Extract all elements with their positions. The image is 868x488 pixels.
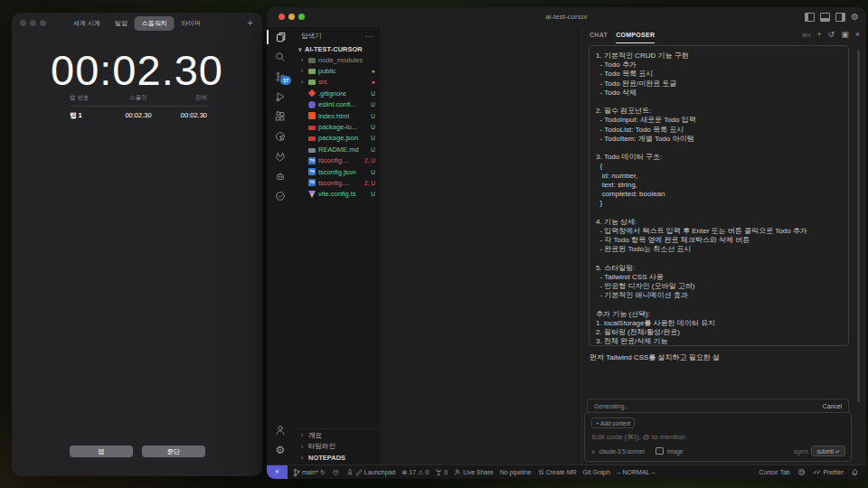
activity-settings[interactable]: ⚙: [267, 440, 294, 460]
file-icon: [308, 136, 316, 141]
tree-row[interactable]: tsconfig.... 2, U: [294, 155, 380, 166]
toggle-secondary-sidebar-icon[interactable]: [835, 13, 845, 22]
model-selector[interactable]: claude-3.5-sonnet: [599, 448, 644, 455]
activity-live-share[interactable]: [267, 127, 294, 146]
tree-row[interactable]: tsconfig.... 2, U: [294, 177, 380, 188]
clock-tab[interactable]: 타이머: [175, 16, 208, 31]
clock-tab[interactable]: 세계 시계: [66, 16, 108, 31]
activity-search[interactable]: [267, 47, 294, 67]
live-share-item[interactable]: Live Share: [454, 468, 493, 476]
clock-tabs: 세계 시계알람스톱워치타이머: [66, 16, 208, 31]
window-controls[interactable]: [20, 20, 46, 26]
settings-gear-icon[interactable]: ⚙: [851, 14, 859, 21]
create-mr-item[interactable]: Create MR: [538, 468, 577, 476]
chevron-right-icon: ›: [301, 455, 306, 461]
image-button[interactable]: Image: [667, 448, 684, 455]
sidebar-sections: › 개요 › 타임라인 › NOTEPADS: [294, 428, 380, 464]
status-bar: ⚡ main* ↻ Launchpad ⊗ 17 ⚠ 0: [267, 465, 866, 479]
ports-item[interactable]: 0: [435, 468, 448, 476]
add-context-button[interactable]: + Add context: [591, 418, 635, 428]
maximize-window-icon[interactable]: [40, 20, 46, 26]
new-chat-icon[interactable]: +: [816, 31, 821, 39]
remote-indicator[interactable]: ⚡: [267, 465, 288, 479]
double-check-icon: ✓✓: [813, 469, 820, 476]
file-name: src: [318, 78, 327, 86]
run-debug-icon: [274, 90, 287, 103]
file-icon: [308, 69, 316, 74]
tree-row[interactable]: eslint.confi... U: [294, 99, 380, 110]
close-window-icon[interactable]: [20, 20, 26, 26]
file-name: README.md: [318, 145, 359, 154]
feedback-item[interactable]: [797, 468, 806, 476]
tree-row[interactable]: › public ●: [294, 65, 380, 76]
circle-check-icon: [274, 190, 287, 202]
file-icon: [308, 168, 316, 175]
tree-row[interactable]: vite.config.ts U: [294, 189, 380, 200]
gitlab-status-item[interactable]: [332, 468, 340, 476]
activity-gitlab[interactable]: [267, 146, 294, 166]
clock-tab[interactable]: 알람: [108, 16, 135, 31]
close-icon[interactable]: ×: [855, 31, 860, 39]
tree-row[interactable]: package-lo... U: [294, 121, 380, 132]
link-icon: [355, 469, 363, 476]
gitlab-icon: [332, 468, 340, 476]
add-button[interactable]: +: [248, 17, 253, 28]
git-branch-item[interactable]: main* ↻: [293, 468, 326, 477]
git-graph-item[interactable]: Git Graph: [583, 469, 610, 475]
cancel-button[interactable]: Cancel: [823, 403, 842, 409]
pipeline-item[interactable]: No pipeline: [500, 469, 532, 475]
workspace-root[interactable]: ∨ AI-TEST-CURSOR: [294, 43, 380, 54]
more-actions-icon[interactable]: ⋯: [365, 33, 373, 41]
cursor-tab-item[interactable]: Cursor Tab: [760, 469, 790, 475]
expand-icon[interactable]: ▣: [841, 31, 849, 39]
minimize-window-icon[interactable]: [30, 20, 36, 26]
up-down-arrows-icon: [538, 468, 544, 476]
chat-tab[interactable]: CHAT: [590, 27, 608, 43]
tree-row[interactable]: › src ●: [294, 77, 380, 88]
activity-explorer[interactable]: [267, 27, 294, 47]
tree-row[interactable]: › node_modules: [294, 54, 380, 65]
file-icon: [308, 112, 316, 119]
stop-button[interactable]: 중단: [142, 446, 205, 457]
toggle-panel-icon[interactable]: [820, 13, 830, 22]
file-name: .gitignore: [318, 89, 346, 98]
file-icon: [308, 101, 316, 108]
input-placeholder: Edit code (⌘I), @ to mention: [592, 433, 685, 441]
editor-area[interactable]: [380, 27, 581, 465]
generating-label: Generating..: [594, 403, 627, 409]
activity-robot[interactable]: [267, 166, 294, 186]
activity-run-debug[interactable]: [267, 87, 294, 107]
activity-todo[interactable]: [267, 186, 294, 206]
root-name: AI-TEST-CURSOR: [305, 45, 363, 53]
tree-row[interactable]: tsconfig.json U: [294, 166, 380, 177]
file-name: index.html: [318, 112, 349, 120]
toggle-sidebar-icon[interactable]: [805, 13, 815, 22]
tree-row[interactable]: index.html U: [294, 110, 380, 121]
file-name: public: [318, 67, 336, 75]
tree-row[interactable]: .gitignore U: [294, 88, 380, 99]
git-graph-label: Git Graph: [583, 469, 610, 475]
chat-input[interactable]: + Add context Edit code (⌘I), @ to menti…: [584, 412, 852, 462]
sidebar-section[interactable]: › 개요: [294, 429, 380, 441]
tree-row[interactable]: README.md U: [294, 144, 380, 155]
sidebar-section[interactable]: › NOTEPADS: [294, 452, 380, 464]
submit-button[interactable]: submit ↵: [811, 446, 845, 456]
history-icon[interactable]: ↺: [828, 31, 835, 39]
prettier-item[interactable]: ✓✓ Prettier: [813, 469, 844, 476]
launchpad-item[interactable]: Launchpad: [346, 468, 396, 476]
notifications-item[interactable]: [851, 468, 859, 476]
activity-extensions[interactable]: [267, 107, 294, 127]
chat-tab[interactable]: COMPOSER: [616, 27, 655, 43]
activity-account[interactable]: [267, 420, 294, 440]
bell-icon: [851, 468, 859, 476]
chat-scrollbar[interactable]: [857, 50, 860, 402]
tree-row[interactable]: package.json U: [294, 133, 380, 144]
lap-button[interactable]: 랩: [70, 446, 133, 457]
chevron-down-icon: ∨: [297, 46, 302, 53]
sidebar-section[interactable]: › 타임라인: [294, 441, 380, 453]
clock-tab[interactable]: 스톱워치: [135, 16, 175, 31]
problems-item[interactable]: ⊗ 17 ⚠ 0: [401, 469, 429, 476]
search-icon: [274, 51, 287, 63]
cursor-tab-label: Cursor Tab: [760, 469, 790, 475]
activity-source-control[interactable]: 17: [267, 67, 294, 87]
